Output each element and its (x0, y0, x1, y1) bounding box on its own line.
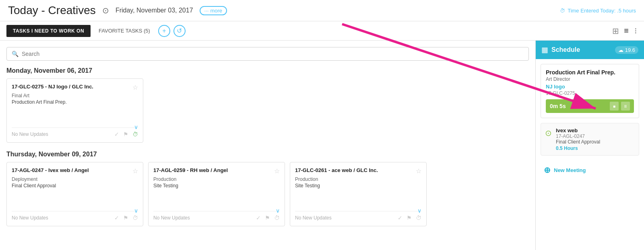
timer-text: 0m 5s (550, 103, 566, 109)
task-description: Site Testing (153, 183, 280, 189)
timer-stop-button[interactable]: ■ (610, 102, 619, 111)
star-icon[interactable]: ☆ (416, 167, 421, 175)
task-description: Production Art Final Prep. (12, 99, 138, 105)
task-footer-text: No New Updates (295, 215, 332, 221)
check-icon[interactable]: ✓ (114, 131, 119, 137)
refresh-button[interactable]: ↺ (173, 25, 186, 37)
pause-icon: ⏸ (623, 104, 627, 109)
check-icon[interactable]: ✓ (114, 215, 119, 221)
flag-icon[interactable]: ⚑ (123, 215, 128, 221)
task-footer-text: No New Updates (12, 215, 48, 221)
search-input[interactable] (22, 51, 524, 57)
time-entered: ⏱ Time Entered Today: .5 hours (560, 8, 636, 14)
task-title: 17-AGL-0259 - RH web / Angel (153, 167, 274, 173)
star-icon[interactable]: ☆ (132, 84, 138, 91)
search-icon: 🔍 (12, 51, 19, 57)
schedule-score: ☁ 19.6 (615, 46, 638, 54)
detail-view-icon[interactable]: ⫶ (634, 26, 638, 35)
schedule-title: Schedule (551, 46, 612, 53)
monday-tasks-row: 17-GLC-0275 - NJ logo / GLC Inc. ☆ Final… (6, 78, 529, 143)
star-icon[interactable]: ☆ (274, 167, 280, 175)
add-task-button[interactable]: + (158, 25, 170, 37)
calendar-icon: ⊙ (102, 6, 109, 15)
schedule-body: Production Art Final Prep. Art Director … (536, 59, 644, 250)
plus-circle-icon: ⊕ (544, 165, 551, 175)
schedule-header: ▦ Schedule ☁ 19.6 (536, 41, 644, 59)
stop-icon: ■ (613, 104, 615, 109)
new-meeting-label: New Meeting (554, 167, 586, 173)
flag-icon[interactable]: ⚑ (265, 215, 270, 221)
task-category: Production (295, 176, 421, 182)
active-task-id: 17-GLC-0275 (546, 90, 634, 96)
schedule-item-clock-icon: ⊙ (545, 128, 552, 151)
new-meeting-button[interactable]: ⊕ New Meeting (541, 162, 639, 178)
expand-icon[interactable]: ∨ (417, 207, 421, 214)
schedule-item-title: Ivex web (556, 127, 635, 133)
task-title: 17-GLC-0261 - ace web / GLC Inc. (295, 167, 416, 173)
check-icon[interactable]: ✓ (398, 215, 402, 221)
flag-icon[interactable]: ⚑ (123, 131, 128, 137)
timer-icon[interactable]: ⏱ (416, 215, 421, 221)
search-bar[interactable]: 🔍 (6, 47, 529, 61)
timer-icon[interactable]: ⏱ (132, 215, 138, 221)
clock-icon: ⏱ (560, 8, 565, 14)
task-card: 17-GLC-0261 - ace web / GLC Inc. ☆ Produ… (290, 162, 427, 226)
tab-favorite-tasks[interactable]: FAVORITE TASKS (5) (94, 25, 155, 37)
tab-tasks-i-need[interactable]: TASKS I NEED TO WORK ON (6, 25, 91, 37)
active-task-card: Production Art Final Prep. Art Director … (541, 64, 639, 118)
task-footer-text: No New Updates (153, 215, 190, 221)
schedule-item-id: 17-AGL-0247 (556, 133, 635, 139)
active-task-link[interactable]: NJ logo (546, 84, 634, 90)
schedule-item: ⊙ Ivex web 17-AGL-0247 Final Client Appr… (541, 123, 639, 156)
schedule-item-hours[interactable]: 0.5 Hours (556, 145, 635, 151)
day-header-thursday: Thursday, November 09, 2017 (6, 151, 529, 158)
task-title: 17-GLC-0275 - NJ logo / GLC Inc. (12, 84, 132, 90)
timer-pause-button[interactable]: ⏸ (621, 102, 630, 111)
more-button[interactable]: ··· more (200, 6, 227, 15)
header-date: Friday, November 03, 2017 (116, 7, 193, 14)
task-category: Production (153, 176, 280, 182)
task-title: 17-AGL-0247 - Ivex web / Angel (12, 167, 132, 173)
flag-icon[interactable]: ⚑ (407, 215, 412, 221)
timer-bar: 0m 5s ■ ⏸ (546, 99, 634, 113)
timer-icon[interactable]: ⏱ (132, 131, 138, 137)
task-card: 17-AGL-0259 - RH web / Angel ☆ Productio… (148, 162, 285, 226)
check-icon[interactable]: ✓ (256, 215, 261, 221)
grid-view-icon[interactable]: ⊞ (612, 26, 619, 36)
task-category: Final Art (12, 93, 138, 98)
task-footer-text: No New Updates (12, 131, 48, 137)
task-category: Deployment (12, 176, 138, 182)
star-icon[interactable]: ☆ (132, 167, 138, 175)
weather-icon: ☁ (618, 47, 623, 53)
schedule-icon: ▦ (541, 45, 548, 54)
thursday-tasks-row: 17-AGL-0247 - Ivex web / Angel ☆ Deploym… (6, 162, 529, 226)
task-description: Final Client Approval (12, 183, 138, 189)
timer-icon[interactable]: ⏱ (274, 215, 280, 221)
list-view-icon[interactable]: ≡ (624, 26, 629, 35)
task-description: Site Testing (295, 183, 421, 189)
active-task-title: Production Art Final Prep. (546, 69, 634, 76)
expand-icon[interactable]: ∨ (134, 207, 138, 214)
task-card: 17-GLC-0275 - NJ logo / GLC Inc. ☆ Final… (6, 78, 143, 143)
active-task-role: Art Director (546, 76, 634, 82)
page-title: Today - Creatives (8, 4, 96, 17)
schedule-item-desc: Final Client Approval (556, 139, 635, 145)
expand-icon[interactable]: ∨ (276, 207, 280, 214)
day-header-monday: Monday, November 06, 2017 (6, 67, 529, 74)
ellipsis-icon: ··· (204, 8, 209, 14)
schedule-panel: ▦ Schedule ☁ 19.6 Production Art Final P… (535, 41, 644, 250)
task-card: 17-AGL-0247 - Ivex web / Angel ☆ Deploym… (6, 162, 143, 226)
more-label: more (210, 8, 222, 14)
expand-icon[interactable]: ∨ (134, 124, 138, 130)
